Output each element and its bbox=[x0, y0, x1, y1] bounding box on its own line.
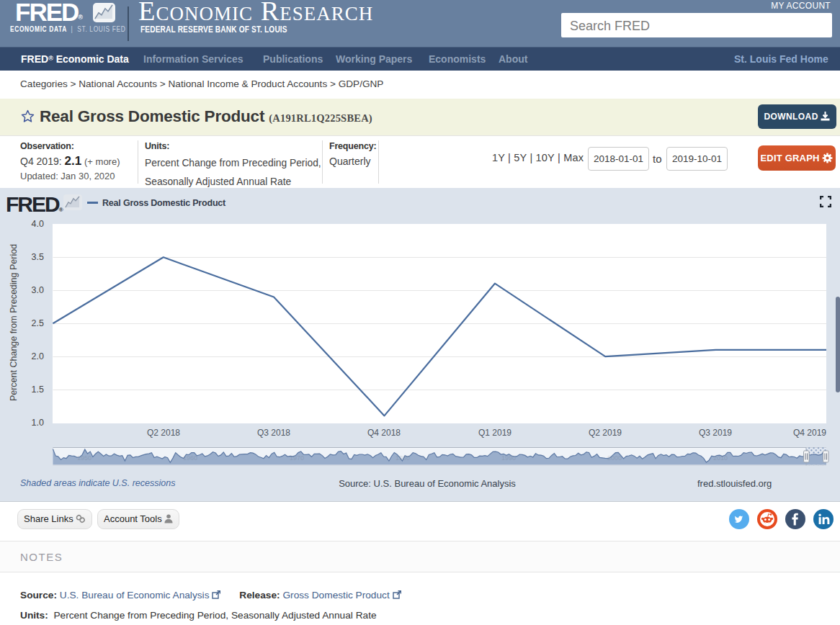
svg-text:2000: 2000 bbox=[607, 454, 622, 462]
svg-text:1980: 1980 bbox=[396, 454, 410, 462]
svg-text:2010: 2010 bbox=[713, 454, 728, 462]
svg-text:1990: 1990 bbox=[501, 454, 516, 462]
svg-text:1970: 1970 bbox=[290, 454, 304, 462]
svg-text:1960: 1960 bbox=[183, 454, 197, 462]
svg-text:1950: 1950 bbox=[77, 454, 91, 462]
